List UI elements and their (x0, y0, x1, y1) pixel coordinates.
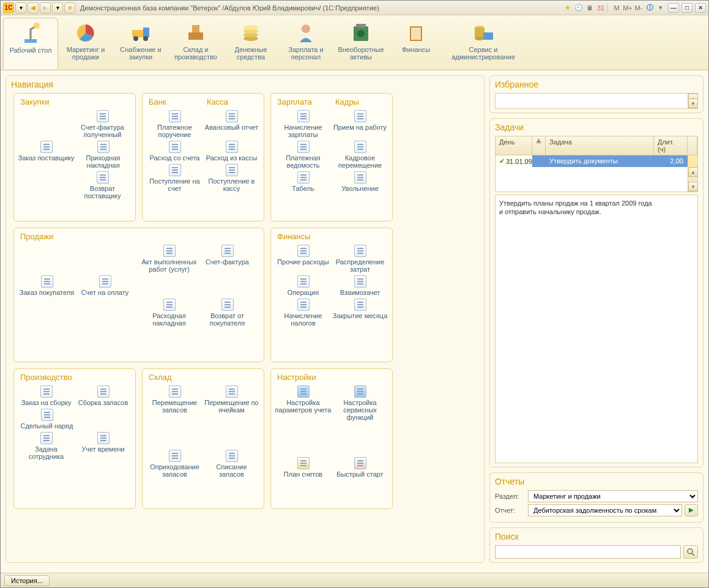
node-tabel[interactable]: Табель (275, 170, 332, 193)
col-day[interactable]: День (496, 136, 532, 155)
node-nachisl-zp[interactable]: Начисление зарплаты (275, 109, 332, 140)
col-sort-icon[interactable]: ≙ (532, 136, 546, 155)
node-nastr-serv[interactable]: Настройка сервисных функций (332, 384, 388, 422)
person-icon (294, 21, 318, 45)
desk-lamp-icon (18, 22, 43, 45)
scroll-down-icon[interactable]: ▼ (688, 99, 698, 108)
node-oprihod[interactable]: Оприходование запасов (146, 448, 203, 479)
tab-money[interactable]: Денежные средства (223, 18, 278, 69)
node-sdelnyi[interactable]: Сдельный наряд (18, 408, 76, 431)
col-dur[interactable]: Длит. (ч) (654, 136, 688, 155)
node-zakrytie[interactable]: Закрытие месяца (332, 297, 388, 328)
svg-rect-9 (192, 25, 199, 32)
node-bystryi-start[interactable]: Быстрый старт (332, 456, 388, 479)
node-zakaz-sborka[interactable]: Заказ на сборку (18, 384, 75, 408)
node-vzaimozachet[interactable]: Взаимозачет (332, 274, 388, 297)
tab-warehouse[interactable]: Склад и производство (168, 18, 223, 69)
svg-rect-0 (24, 39, 37, 43)
task-row[interactable]: ✔31.01.09 Утвердить документы 2,00 (496, 155, 697, 167)
mem-m[interactable]: M (612, 3, 622, 13)
run-report-button[interactable] (685, 504, 698, 516)
node-priem[interactable]: Прием на работу (332, 109, 388, 140)
report-select[interactable]: Дебиторская задолженность по срокам (528, 504, 682, 516)
info-icon[interactable]: ⓘ (645, 3, 655, 13)
node-perem-zapasov[interactable]: Перемещение запасов (146, 384, 203, 415)
history-icon[interactable]: 🕘 (574, 3, 584, 13)
minimize-button[interactable]: — (668, 3, 679, 13)
node-operaciya[interactable]: Операция (275, 274, 332, 297)
node-uvolnenie[interactable]: Увольнение (332, 170, 388, 193)
tasks-scroll-up[interactable]: ▲ (688, 167, 698, 177)
calendar-icon[interactable]: 31 (596, 3, 606, 13)
history-button[interactable]: История... (4, 575, 50, 586)
search-button[interactable] (683, 545, 698, 559)
tab-finance[interactable]: Финансы (388, 18, 444, 69)
server-icon (471, 21, 496, 45)
tab-desktop[interactable]: Рабочий стол (3, 18, 58, 69)
tab-marketing[interactable]: Маркетинг и продажи (58, 18, 113, 69)
node-vozvrat-post[interactable]: Возврат поставщику (73, 170, 132, 201)
node-schet-oplata[interactable]: Счет на оплату (76, 274, 134, 297)
node-perem-yacheiki[interactable]: Перемещение по ячейкам (203, 384, 260, 415)
node-rashod-kassa[interactable]: Расход из кассы (203, 140, 260, 163)
tab-supply[interactable]: Снабжение и закупки (113, 18, 168, 69)
col-task[interactable]: Задача (546, 136, 654, 155)
tab-salary[interactable]: Зарплата и персонал (278, 18, 333, 69)
mem-mminus[interactable]: M- (634, 3, 644, 13)
mem-mplus[interactable]: M+ (623, 3, 633, 13)
node-raspr-zatrat[interactable]: Распределение затрат (332, 244, 388, 274)
maximize-button[interactable]: □ (681, 3, 692, 13)
favorites-list[interactable]: ▲ ▼ (495, 93, 698, 109)
node-zadacha-sotr[interactable]: Задача сотрудника (18, 431, 75, 461)
main-toolbar: Рабочий стол Маркетинг и продажи Снабжен… (1, 15, 708, 70)
tasks-scroll-down[interactable]: ▼ (688, 182, 698, 192)
main-pane: Навигация Закупки Счет-фактура полученны… (6, 75, 484, 568)
node-post-kassa[interactable]: Поступление в кассу (203, 163, 260, 193)
dropdown-icon[interactable]: ▾ (15, 2, 26, 13)
node-rashodnaya[interactable]: Расходная накладная (140, 297, 198, 328)
boxes-icon (184, 21, 208, 45)
svg-rect-23 (483, 32, 493, 40)
search-input[interactable] (495, 545, 681, 559)
node-post-schet[interactable]: Поступление на счет (146, 163, 203, 193)
node-nastr-uchet[interactable]: Настройка параметров учета (275, 384, 332, 422)
node-schet-faktura-pol[interactable]: Счет-фактура полученный (73, 109, 132, 140)
svg-point-6 (143, 36, 148, 41)
task-description: Утвердить планы продаж на 1 квартал 2009… (495, 195, 698, 463)
node-zakaz-post[interactable]: Заказ поставщику (18, 140, 75, 170)
node-kadr-perem[interactable]: Кадровое перемещение (332, 140, 388, 170)
svg-point-16 (357, 30, 365, 37)
section-select[interactable]: Маркетинг и продажи (528, 490, 698, 502)
tab-service[interactable]: Сервис и администрирование (456, 18, 511, 69)
node-zakaz-pokup[interactable]: Заказ покупателя (18, 274, 76, 297)
node-plan-schetov[interactable]: План счетов (275, 456, 332, 479)
fav-star-icon[interactable]: ★ (563, 3, 573, 13)
node-prochie[interactable]: Прочие расходы (275, 244, 332, 274)
node-plat-poruch[interactable]: Платежное поручение (146, 109, 203, 140)
nav-fwd-icon[interactable]: ▶ (40, 2, 51, 13)
node-akt-rabot[interactable]: Акт выполненных работ (услуг) (140, 244, 198, 274)
node-vozvrat-pokup[interactable]: Возврат от покупателя (198, 297, 256, 328)
node-rashod-schet[interactable]: Расход со счета (146, 140, 203, 163)
star-icon[interactable]: ★ (64, 2, 75, 13)
close-button[interactable]: ✕ (695, 3, 706, 13)
node-nachisl-nalog[interactable]: Начисление налогов (275, 297, 332, 328)
tasks-title: Задачи (495, 122, 698, 132)
svg-rect-19 (411, 28, 421, 40)
node-plat-vedom[interactable]: Платежная ведомость (275, 140, 332, 170)
node-sborka[interactable]: Сборка запасов (75, 384, 132, 408)
group-nastroiki: Настройки Настройка параметров учетаНаст… (270, 368, 393, 509)
node-uchet-vremeni[interactable]: Учет времени (75, 431, 132, 461)
tab-assets[interactable]: Внеоборотные активы (333, 18, 388, 69)
calc-icon[interactable]: 🖩 (585, 3, 595, 13)
node-schet-faktura[interactable]: Счет-фактура (198, 244, 256, 274)
node-spisanie[interactable]: Списание запасов (203, 448, 260, 479)
info-drop-icon[interactable]: ▾ (656, 3, 666, 13)
node-avans-otchet[interactable]: Авансовый отчет (203, 109, 260, 140)
node-prihodnaya[interactable]: Приходная накладная (75, 140, 132, 170)
tasks-panel: Задачи День ≙ Задача Длит. (ч) ✔31.01.09… (489, 118, 703, 467)
nav-back-icon[interactable]: ◀ (28, 2, 39, 13)
statusbar: История... (1, 573, 708, 587)
app-logo-icon[interactable]: 1C (3, 2, 14, 13)
nav-drop-icon[interactable]: ▾ (52, 2, 63, 13)
